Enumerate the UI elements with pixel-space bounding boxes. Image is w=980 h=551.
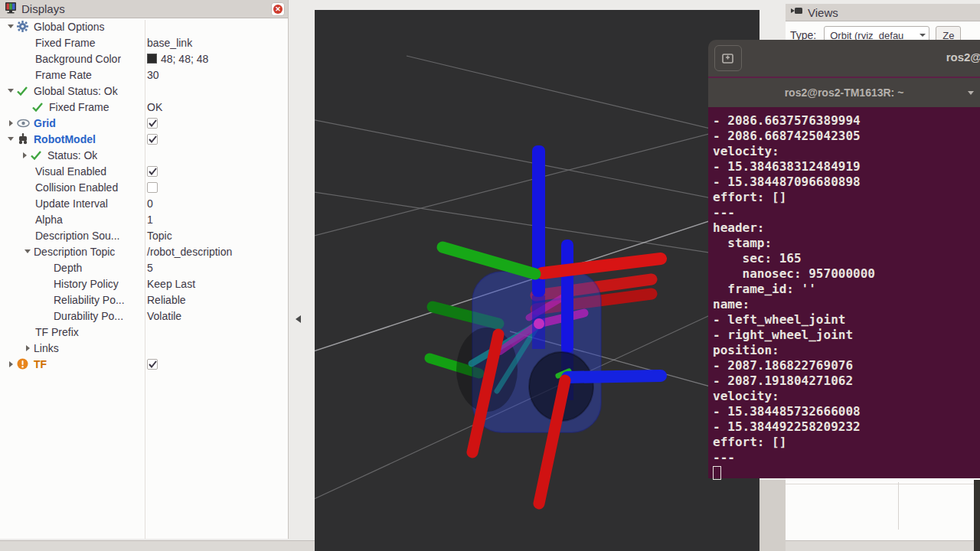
terminal-line: - 2087.191804271062 (713, 373, 980, 389)
tab-chevron-down-icon[interactable] (968, 91, 974, 95)
displays-tree-row[interactable]: Depth5 (0, 259, 288, 276)
terminal-lines: - 2086.6637576389994- 2086.6687425042305… (713, 113, 980, 465)
property-label: Visual Enabled (35, 165, 106, 178)
displays-tree-row[interactable]: Visual Enabled (0, 163, 288, 179)
terminal-line: stamp: (713, 236, 980, 251)
property-value[interactable]: OK (147, 101, 162, 113)
displays-tree-row[interactable]: Frame Rate30 (0, 67, 288, 83)
displays-tree-row[interactable]: Collision Enabled (0, 179, 288, 195)
terminal-output[interactable]: - 2086.6637576389994- 2086.6687425042305… (708, 107, 980, 478)
collapse-arrow-icon[interactable] (5, 85, 17, 97)
displays-tree-row[interactable]: Fixed FrameOK (0, 99, 288, 115)
property-label: Links (34, 342, 59, 354)
property-label: Description Topic (34, 246, 115, 258)
terminal-line: - 15.384492258209232 (713, 419, 980, 435)
gear-icon (17, 21, 34, 32)
eye-icon (17, 119, 34, 128)
displays-panel: Displays ✕ Global OptionsFixed Framebase… (0, 0, 289, 539)
property-value[interactable]: base_link (147, 37, 192, 49)
displays-tree-row[interactable]: Global Options (0, 18, 288, 34)
property-label: Global Options (34, 21, 105, 33)
expand-arrow-icon[interactable] (5, 358, 17, 370)
property-label: History Policy (54, 278, 119, 290)
terminal-line: - right_wheel_joint (713, 328, 980, 343)
terminal-headerbar[interactable]: ros2@ (708, 40, 980, 77)
property-label: Background Color (35, 53, 121, 65)
splitter-collapse-arrow-icon[interactable] (296, 315, 301, 323)
displays-tree-row[interactable]: Description Sou...Topic (0, 227, 288, 243)
terminal-line: effort: [] (713, 435, 980, 450)
displays-tree-row[interactable]: Update Interval0 (0, 195, 288, 211)
displays-tree-row[interactable]: Reliability Po...Reliable (0, 292, 288, 308)
check-icon (17, 86, 34, 96)
displays-panel-title: Displays (21, 2, 65, 15)
tf-x-axis (542, 259, 661, 273)
property-label: Collision Enabled (35, 181, 118, 194)
displays-tree-row[interactable]: Links (0, 340, 288, 356)
displays-tree-row[interactable]: RobotModel (0, 131, 288, 147)
property-value[interactable]: 48; 48; 48 (161, 53, 208, 65)
views-panel-titlebar[interactable]: Views (786, 4, 980, 21)
property-label: TF (34, 358, 47, 370)
checkbox-unchecked[interactable] (147, 182, 158, 193)
expand-arrow-icon[interactable] (21, 342, 34, 354)
expand-arrow-icon[interactable] (18, 149, 31, 161)
displays-tree-row[interactable]: TF (0, 356, 288, 372)
3d-viewport[interactable] (315, 10, 760, 551)
robot-model (430, 145, 661, 504)
displays-tree-row[interactable]: Global Status: Ok (0, 83, 288, 99)
displays-tree-row[interactable]: History PolicyKeep Last (0, 276, 288, 292)
views-divider (786, 484, 980, 484)
terminal-line: --- (713, 450, 980, 465)
property-value[interactable]: Keep Last (147, 278, 195, 290)
terminal-line: position: (713, 343, 980, 358)
displays-tree-row[interactable]: Durability Po...Volatile (0, 308, 288, 324)
property-value[interactable]: Topic (147, 230, 172, 242)
terminal-line: --- (713, 205, 980, 220)
collapse-arrow-icon[interactable] (5, 133, 17, 145)
rviz-window: { "displays_panel": { "title": "Displays… (0, 0, 980, 551)
terminal-line: name: (713, 297, 980, 312)
displays-tree-row[interactable]: Fixed Framebase_link (0, 34, 288, 51)
terminal-tab-title: ros2@ros2-TM1613R: ~ (785, 86, 904, 99)
property-value[interactable]: Reliable (147, 294, 186, 306)
displays-tree-row[interactable]: Alpha1 (0, 211, 288, 227)
displays-tree-row[interactable]: Background Color48; 48; 48 (0, 51, 288, 67)
property-value[interactable]: 0 (147, 197, 153, 210)
terminal-cursor (713, 466, 721, 480)
displays-tree-row[interactable]: Status: Ok (0, 147, 288, 163)
terminal-line: - 2086.6637576389994 (713, 113, 980, 129)
checkbox-checked[interactable] (147, 166, 158, 177)
color-swatch[interactable] (147, 54, 157, 64)
terminal-line: nanosec: 957000000 (713, 266, 980, 282)
checkbox-checked[interactable] (147, 118, 158, 129)
terminal-window[interactable]: ros2@ ros2@ros2-TM1613R: ~ - 2086.663757… (708, 40, 980, 480)
property-column-divider[interactable] (145, 20, 145, 539)
property-value[interactable]: /robot_description (147, 246, 232, 258)
property-label: Alpha (35, 214, 63, 226)
new-tab-button[interactable] (714, 45, 742, 71)
displays-panel-titlebar[interactable]: Displays ✕ (0, 0, 288, 18)
displays-close-button[interactable]: ✕ (271, 2, 285, 16)
property-label: TF Prefix (35, 326, 79, 338)
displays-tree-row[interactable]: Grid (0, 115, 288, 131)
displays-tree-row[interactable]: TF Prefix (0, 324, 288, 340)
property-value[interactable]: 30 (147, 69, 159, 81)
collapse-arrow-icon[interactable] (5, 21, 17, 33)
checkbox-checked[interactable] (147, 359, 158, 370)
checkbox-checked[interactable] (147, 134, 158, 145)
property-value[interactable]: 5 (147, 262, 153, 274)
property-label: Description Sou... (35, 230, 120, 242)
terminal-line: velocity: (713, 389, 980, 404)
property-label: Grid (34, 117, 56, 129)
expand-arrow-icon[interactable] (5, 117, 17, 129)
displays-tree: Global OptionsFixed Framebase_linkBackgr… (0, 18, 288, 372)
property-value[interactable]: 1 (147, 214, 153, 226)
property-value[interactable]: Volatile (147, 310, 181, 322)
property-label: Status: Ok (47, 149, 97, 161)
property-label: Fixed Frame (35, 37, 96, 49)
terminal-line: - 2087.186822769076 (713, 358, 980, 373)
collapse-arrow-icon[interactable] (21, 246, 34, 258)
terminal-tab[interactable]: ros2@ros2-TM1613R: ~ (708, 77, 980, 107)
displays-tree-row[interactable]: Description Topic/robot_description (0, 243, 288, 259)
